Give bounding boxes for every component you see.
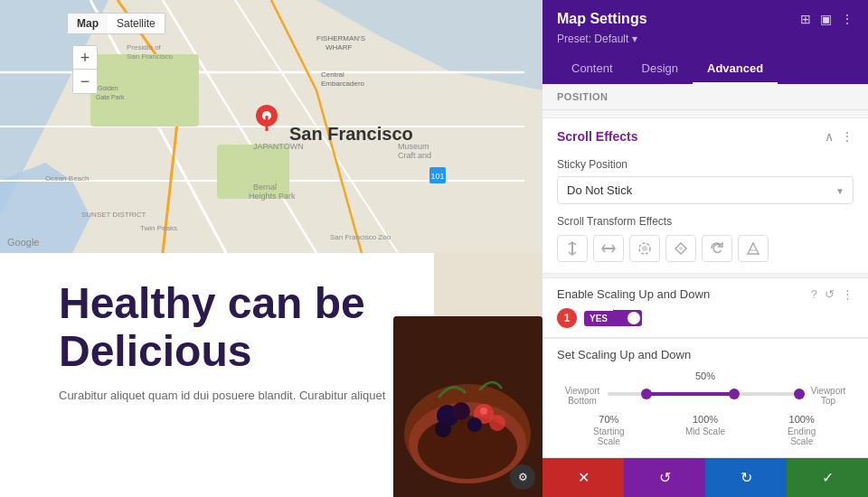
viewport-top-label: ViewportTop xyxy=(807,386,850,406)
slider-track xyxy=(608,392,803,396)
svg-point-45 xyxy=(642,246,647,251)
svg-text:Golden: Golden xyxy=(98,85,118,91)
scale-values-row: 70% StartingScale 100% Mid Scale 100% En… xyxy=(561,410,850,446)
slider-midpoint-label: 50% xyxy=(561,370,850,381)
step-badge: 1 xyxy=(557,308,577,328)
svg-text:FISHERMAN'S: FISHERMAN'S xyxy=(316,34,365,42)
map-type-buttons[interactable]: Map Satellite xyxy=(67,13,165,34)
cancel-button[interactable]: ✕ xyxy=(542,458,624,497)
reset-icon[interactable]: ↺ xyxy=(825,287,835,301)
ending-scale-item: 100% EndingScale xyxy=(753,410,850,446)
transform-section: Scroll Transform Effects xyxy=(542,215,868,273)
tab-design[interactable]: Design xyxy=(627,54,693,84)
collapse-icon[interactable]: ∧ xyxy=(825,129,834,144)
svg-text:Bernal: Bernal xyxy=(253,183,277,192)
toggle-yes-label: YES xyxy=(584,311,613,326)
section-more-icon[interactable]: ⋮ xyxy=(841,129,854,144)
fullscreen-icon[interactable]: ⊞ xyxy=(800,12,811,26)
sticky-position-select-wrapper: Do Not Stick Stick to Top Stick to Botto… xyxy=(557,176,854,204)
svg-text:Presidio of: Presidio of xyxy=(127,43,162,52)
sticky-position-group: Sticky Position Do Not Stick Stick to To… xyxy=(542,155,868,215)
panel-tabs: Content Design Advanced xyxy=(557,54,854,84)
horizontal-motion-btn[interactable] xyxy=(593,235,624,262)
map-type-satellite[interactable]: Satellite xyxy=(108,14,165,33)
panel-title-icons: ⊞ ▣ ⋮ xyxy=(800,12,854,26)
help-icon[interactable]: ? xyxy=(811,287,817,301)
google-logo: Google xyxy=(7,237,39,248)
scaling-slider[interactable] xyxy=(608,383,803,405)
ending-scale-label: EndingScale xyxy=(753,427,850,446)
enable-controls: ? ↺ ⋮ xyxy=(811,287,854,301)
opacity-btn[interactable] xyxy=(738,235,769,262)
enable-scaling-label: Enable Scaling Up and Down xyxy=(557,287,710,301)
svg-point-37 xyxy=(435,421,451,437)
transform-label: Scroll Transform Effects xyxy=(557,215,854,228)
toggle-group[interactable]: YES xyxy=(584,310,642,326)
map-background: Presidio of San Francisco Golden Gate Pa… xyxy=(0,0,542,253)
slider-area: 50% ViewportBottom ViewportTo xyxy=(557,370,854,446)
toggle-switch[interactable] xyxy=(613,310,642,326)
map-zoom-controls: + − xyxy=(72,45,98,94)
svg-text:Heights Park: Heights Park xyxy=(249,192,296,201)
zoom-out-button[interactable]: − xyxy=(73,70,97,93)
enable-more-icon[interactable]: ⋮ xyxy=(842,287,854,301)
svg-text:WHARF: WHARF xyxy=(326,43,352,52)
corner-settings-icon[interactable]: ⚙ xyxy=(510,464,535,490)
vertical-motion-btn[interactable] xyxy=(557,235,588,262)
tab-advanced[interactable]: Advanced xyxy=(693,54,778,84)
scroll-effects-section: Scroll Effects ∧ ⋮ Sticky Position Do No… xyxy=(542,117,868,274)
ending-scale-pct: 100% xyxy=(789,414,815,425)
slider-thumb-end[interactable] xyxy=(794,389,805,399)
blur-btn[interactable] xyxy=(665,235,696,262)
content-area: Healthy can beDelicious Curabitur alique… xyxy=(0,253,434,497)
mid-scale-item: 100% Mid Scale xyxy=(657,410,754,436)
save-button[interactable]: ✓ xyxy=(787,458,868,497)
map-area: Presidio of San Francisco Golden Gate Pa… xyxy=(0,0,542,497)
slider-thumb-mid[interactable] xyxy=(729,389,740,399)
viewport-bottom-label: ViewportBottom xyxy=(561,386,604,406)
svg-text:San Francisco: San Francisco xyxy=(127,52,174,61)
content-body: Curabitur aliquet quam id dui posuere bl… xyxy=(59,387,407,405)
scaling-section: Set Scaling Up and Down 50% ViewportBott… xyxy=(542,338,868,457)
tab-content[interactable]: Content xyxy=(557,54,627,84)
more-options-icon[interactable]: ⋮ xyxy=(841,12,854,26)
svg-text:Gate Park: Gate Park xyxy=(96,94,125,100)
svg-rect-42 xyxy=(571,242,573,255)
svg-text:Embarcadero: Embarcadero xyxy=(321,80,365,88)
svg-point-36 xyxy=(452,402,470,420)
svg-text:Central: Central xyxy=(321,70,344,79)
panel-body: POSITION Scroll Effects ∧ ⋮ Sticky Posit… xyxy=(542,84,868,457)
zoom-in-button[interactable]: + xyxy=(73,46,97,70)
starting-scale-label: StartingScale xyxy=(561,427,657,446)
sticky-position-label: Sticky Position xyxy=(557,158,854,171)
svg-rect-43 xyxy=(602,248,615,249)
mid-scale-label: Mid Scale xyxy=(657,427,754,436)
svg-point-46 xyxy=(679,247,683,250)
svg-point-39 xyxy=(489,415,505,431)
enable-scaling-section: Enable Scaling Up and Down ? ↺ ⋮ 1 YES xyxy=(542,277,868,338)
sticky-position-select[interactable]: Do Not Stick Stick to Top Stick to Botto… xyxy=(557,176,854,204)
panel-title: Map Settings xyxy=(557,11,647,27)
starting-scale-pct: 70% xyxy=(599,414,618,425)
redo-button[interactable]: ↻ xyxy=(705,458,787,497)
rotate-btn[interactable] xyxy=(702,235,732,262)
scroll-effects-header: Scroll Effects ∧ ⋮ xyxy=(542,118,868,155)
starting-scale-item: 70% StartingScale xyxy=(561,410,657,446)
toggle-knob xyxy=(627,312,640,324)
svg-text:San Francisco Zoo: San Francisco Zoo xyxy=(330,233,392,241)
content-title: Healthy can beDelicious xyxy=(59,280,407,376)
enable-scaling-row: Enable Scaling Up and Down ? ↺ ⋮ xyxy=(557,287,854,301)
scroll-effects-title: Scroll Effects xyxy=(557,129,637,144)
settings-panel: Map Settings ⊞ ▣ ⋮ Preset: Default ▾ Con… xyxy=(542,0,868,497)
mid-scale-pct: 100% xyxy=(693,414,718,425)
split-icon[interactable]: ▣ xyxy=(820,12,832,26)
svg-point-41 xyxy=(480,408,487,415)
slider-thumb-start[interactable] xyxy=(641,389,652,399)
svg-text:Twin Peaks: Twin Peaks xyxy=(140,224,177,232)
undo-button[interactable]: ↺ xyxy=(624,458,705,497)
transform-icons-row xyxy=(557,235,854,262)
map-type-map[interactable]: Map xyxy=(68,14,108,33)
fade-btn[interactable] xyxy=(629,235,660,262)
panel-footer: ✕ ↺ ↻ ✓ xyxy=(542,457,868,497)
panel-preset[interactable]: Preset: Default ▾ xyxy=(557,33,854,45)
